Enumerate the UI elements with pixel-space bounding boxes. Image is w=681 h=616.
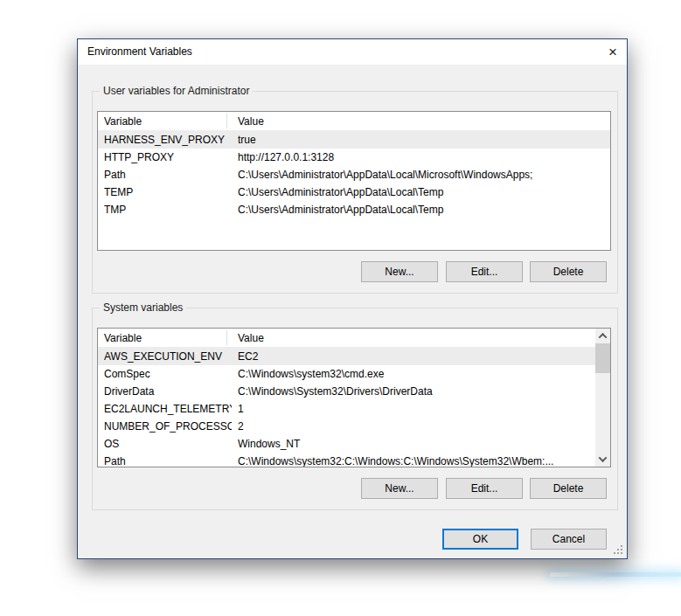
user-col-variable[interactable]: Variable <box>104 115 142 128</box>
variable-value-cell: C:\Windows\System32\Drivers\DriverData <box>238 383 579 400</box>
variable-name-cell: Path <box>104 453 232 467</box>
table-row[interactable]: EC2LAUNCH_TELEMETRY 1 <box>98 400 596 418</box>
user-col-value[interactable]: Value <box>238 115 264 128</box>
system-variables-table[interactable]: Variable Value AWS_EXECUTION_ENV EC2 Com… <box>97 328 611 467</box>
scroll-up-icon[interactable] <box>595 329 610 343</box>
variable-value-cell: true <box>238 131 608 149</box>
variable-name-cell: OS <box>104 435 232 453</box>
variable-name-cell: HARNESS_ENV_PROXY <box>104 131 232 149</box>
variable-value-cell: http://127.0.0.1:3128 <box>238 149 608 166</box>
variable-value-cell: C:\Windows\system32\cmd.exe <box>238 365 579 383</box>
column-divider[interactable] <box>226 330 227 345</box>
table-row[interactable]: ComSpec C:\Windows\system32\cmd.exe <box>98 365 596 383</box>
vertical-scrollbar[interactable] <box>595 329 610 467</box>
variable-name-cell: AWS_EXECUTION_ENV <box>104 348 232 365</box>
user-group-title: User variables for Administrator <box>100 85 253 97</box>
table-row[interactable]: AWS_EXECUTION_ENV EC2 <box>98 348 596 365</box>
resize-grip[interactable] <box>614 552 615 554</box>
scrollbar-thumb[interactable] <box>595 343 610 373</box>
system-col-value[interactable]: Value <box>238 332 264 344</box>
system-col-variable[interactable]: Variable <box>104 332 142 344</box>
system-edit-button[interactable]: Edit... <box>446 478 523 499</box>
variable-name-cell: Path <box>104 166 232 183</box>
variable-value-cell: EC2 <box>238 348 579 365</box>
table-row[interactable]: Path C:\Windows\system32:C:\Windows:C:\W… <box>98 453 596 467</box>
ok-button[interactable]: OK <box>442 529 518 550</box>
table-row[interactable]: OS Windows_NT <box>98 435 596 453</box>
variable-value-cell: 1 <box>238 400 579 418</box>
system-table-header: Variable Value <box>98 329 596 348</box>
cancel-button[interactable]: Cancel <box>531 529 607 550</box>
variable-name-cell: NUMBER_OF_PROCESSORS <box>104 418 232 435</box>
close-icon[interactable]: × <box>603 43 622 61</box>
variable-name-cell: TEMP <box>104 183 232 201</box>
user-table-header: Variable Value <box>98 112 610 131</box>
variable-name-cell: TMP <box>104 201 232 218</box>
variable-name-cell: EC2LAUNCH_TELEMETRY <box>104 400 232 418</box>
table-row[interactable]: TMP C:\Users\Administrator\AppData\Local… <box>98 201 610 218</box>
table-row[interactable]: HTTP_PROXY http://127.0.0.1:3128 <box>98 149 610 166</box>
user-new-button[interactable]: New... <box>361 261 438 282</box>
scroll-down-icon[interactable] <box>595 452 610 467</box>
variable-value-cell: C:\Users\Administrator\AppData\Local\Tem… <box>238 183 608 201</box>
variable-name-cell: HTTP_PROXY <box>104 149 232 166</box>
environment-variables-dialog: Environment Variables × User variables f… <box>77 38 628 559</box>
variable-value-cell: C:\Users\Administrator\AppData\Local\Tem… <box>238 201 608 218</box>
system-group-title: System variables <box>100 301 186 314</box>
variable-value-cell: Windows_NT <box>238 435 579 453</box>
table-row[interactable]: NUMBER_OF_PROCESSORS 2 <box>98 418 596 435</box>
variable-value-cell: 2 <box>238 418 579 435</box>
user-edit-button[interactable]: Edit... <box>446 261 523 282</box>
window-title: Environment Variables <box>87 45 192 58</box>
table-row[interactable]: TEMP C:\Users\Administrator\AppData\Loca… <box>98 183 610 201</box>
column-divider[interactable] <box>226 114 227 128</box>
user-variables-table[interactable]: Variable Value HARNESS_ENV_PROXY true HT… <box>97 111 611 251</box>
table-row[interactable]: DriverData C:\Windows\System32\Drivers\D… <box>98 383 596 400</box>
system-new-button[interactable]: New... <box>361 478 438 499</box>
system-delete-button[interactable]: Delete <box>530 478 607 499</box>
table-row[interactable]: Path C:\Users\Administrator\AppData\Loca… <box>98 166 610 183</box>
variable-name-cell: DriverData <box>104 383 232 400</box>
wallpaper-glow <box>550 572 681 577</box>
table-row[interactable]: HARNESS_ENV_PROXY true <box>98 131 610 149</box>
variable-value-cell: C:\Windows\system32:C:\Windows:C:\Window… <box>238 453 579 467</box>
variable-value-cell: C:\Users\Administrator\AppData\Local\Mic… <box>238 166 608 183</box>
user-delete-button[interactable]: Delete <box>530 261 607 282</box>
variable-name-cell: ComSpec <box>104 365 232 383</box>
title-bar[interactable]: Environment Variables × <box>78 39 627 65</box>
